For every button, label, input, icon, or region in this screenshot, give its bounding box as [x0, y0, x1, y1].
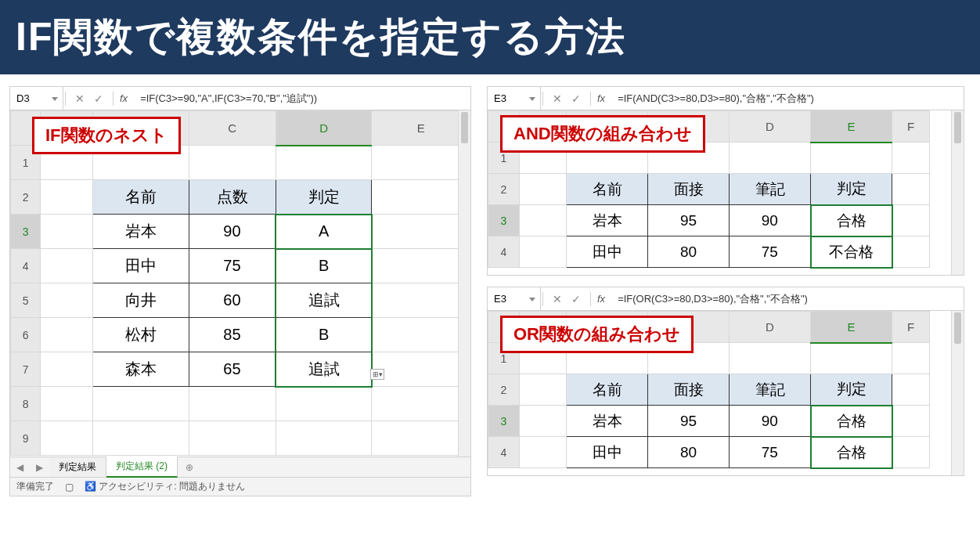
col-header-E[interactable]: E [811, 111, 892, 143]
fx-icon[interactable]: fx [593, 293, 610, 305]
header-written[interactable]: 筆記 [730, 374, 811, 406]
cell-judge-selected[interactable]: A [276, 215, 371, 249]
cell[interactable] [892, 205, 930, 236]
col-header-E[interactable]: E [372, 111, 470, 146]
add-sheet-icon[interactable]: ⊕ [178, 462, 201, 473]
formula-input[interactable]: =IF(OR(C3>=80,D3>=80),"合格","不合格") [610, 292, 964, 306]
cell-judge[interactable]: 合格 [811, 437, 892, 468]
row-header-9[interactable]: 9 [11, 421, 41, 456]
cell-judge[interactable]: 追試 [276, 352, 371, 387]
row-header-7[interactable]: 7 [11, 352, 41, 387]
header-judge[interactable]: 判定 [276, 180, 371, 215]
cell[interactable] [93, 387, 189, 421]
cell[interactable] [189, 387, 276, 421]
sheet-tab[interactable]: 判定結果 [49, 457, 106, 477]
confirm-icon[interactable]: ✓ [89, 90, 108, 107]
row-header-6[interactable]: 6 [11, 318, 41, 352]
cell[interactable] [41, 387, 93, 421]
row-header-3[interactable]: 3 [488, 205, 520, 236]
row-header-2[interactable]: 2 [488, 374, 520, 406]
row-header-5[interactable]: 5 [11, 283, 41, 318]
spreadsheet-grid[interactable]: A B C D E 1 2 名前 点数 判定 [10, 110, 470, 456]
header-name[interactable]: 名前 [567, 374, 648, 406]
row-header-3[interactable]: 3 [488, 406, 520, 437]
cell[interactable] [372, 421, 470, 456]
cell[interactable] [41, 318, 93, 352]
cell[interactable] [520, 236, 567, 268]
cell-c2[interactable]: 75 [730, 236, 811, 268]
cell[interactable] [189, 421, 276, 456]
cell-judge[interactable]: 追試 [276, 283, 371, 318]
cell[interactable] [41, 215, 93, 249]
cell[interactable] [892, 406, 930, 437]
fx-icon[interactable]: fx [593, 92, 610, 104]
tab-nav-prev-icon[interactable]: ◀ [10, 462, 30, 473]
row-header-3[interactable]: 3 [11, 215, 41, 249]
header-interview[interactable]: 面接 [648, 374, 730, 406]
cell[interactable] [892, 143, 930, 174]
cell-judge-selected[interactable]: 合格 [811, 406, 892, 437]
cell-name[interactable]: 森本 [93, 352, 189, 387]
cell[interactable] [811, 343, 892, 374]
name-box[interactable]: E3 [488, 287, 541, 310]
cancel-icon[interactable]: ✕ [70, 90, 89, 107]
cell-c1[interactable]: 80 [648, 437, 730, 468]
cell-c2[interactable]: 75 [730, 437, 811, 468]
cell[interactable] [520, 205, 567, 236]
cell[interactable] [892, 236, 930, 268]
cell-c1[interactable]: 95 [648, 205, 730, 236]
cell[interactable] [41, 180, 93, 215]
col-header-C[interactable]: C [189, 111, 276, 146]
cell-c1[interactable]: 80 [648, 236, 730, 268]
row-header-4[interactable]: 4 [11, 249, 41, 283]
cell-score[interactable]: 90 [189, 215, 276, 249]
header-written[interactable]: 筆記 [730, 174, 811, 205]
vertical-scrollbar[interactable] [951, 311, 964, 475]
cell[interactable] [520, 174, 567, 205]
header-name[interactable]: 名前 [567, 174, 648, 205]
cell[interactable] [520, 374, 567, 406]
cell[interactable] [372, 180, 470, 215]
cell-c2[interactable]: 90 [730, 205, 811, 236]
cell-score[interactable]: 65 [189, 352, 276, 387]
cell[interactable] [372, 387, 470, 421]
name-box[interactable]: D3 [10, 87, 63, 110]
cell-judge[interactable]: 不合格 [811, 236, 892, 268]
cell[interactable] [93, 421, 189, 456]
col-header-D[interactable]: D [730, 312, 811, 343]
col-header-D[interactable]: D [730, 111, 811, 143]
cell-score[interactable]: 60 [189, 283, 276, 318]
cell[interactable] [520, 406, 567, 437]
cell-name[interactable]: 岩本 [93, 215, 189, 249]
autofill-options-icon[interactable]: ⊞▾ [370, 369, 384, 380]
col-header-E[interactable]: E [811, 312, 892, 343]
col-header-D[interactable]: D [276, 111, 371, 146]
header-name[interactable]: 名前 [93, 180, 189, 215]
cancel-icon[interactable]: ✕ [548, 90, 567, 107]
cell[interactable] [892, 437, 930, 468]
sheet-tab-active[interactable]: 判定結果 (2) [106, 457, 178, 478]
cell[interactable] [811, 143, 892, 174]
header-score[interactable]: 点数 [189, 180, 276, 215]
cell-score[interactable]: 75 [189, 249, 276, 283]
macro-record-icon[interactable]: ▢ [65, 482, 74, 493]
cell[interactable] [730, 143, 811, 174]
cell[interactable] [41, 283, 93, 318]
cell[interactable] [276, 387, 371, 421]
cell[interactable] [730, 343, 811, 374]
cell-name[interactable]: 岩本 [567, 406, 648, 437]
cell[interactable] [520, 437, 567, 468]
cell-judge[interactable]: B [276, 249, 371, 283]
cell[interactable] [372, 318, 470, 352]
header-judge[interactable]: 判定 [811, 374, 892, 406]
cell-name[interactable]: 岩本 [567, 205, 648, 236]
cell[interactable] [372, 249, 470, 283]
cell[interactable] [276, 421, 371, 456]
header-judge[interactable]: 判定 [811, 174, 892, 205]
cell-c1[interactable]: 95 [648, 406, 730, 437]
cell-name[interactable]: 田中 [567, 437, 648, 468]
vertical-scrollbar[interactable] [951, 110, 964, 275]
cell[interactable] [41, 421, 93, 456]
confirm-icon[interactable]: ✓ [567, 90, 585, 107]
cell[interactable] [41, 249, 93, 283]
